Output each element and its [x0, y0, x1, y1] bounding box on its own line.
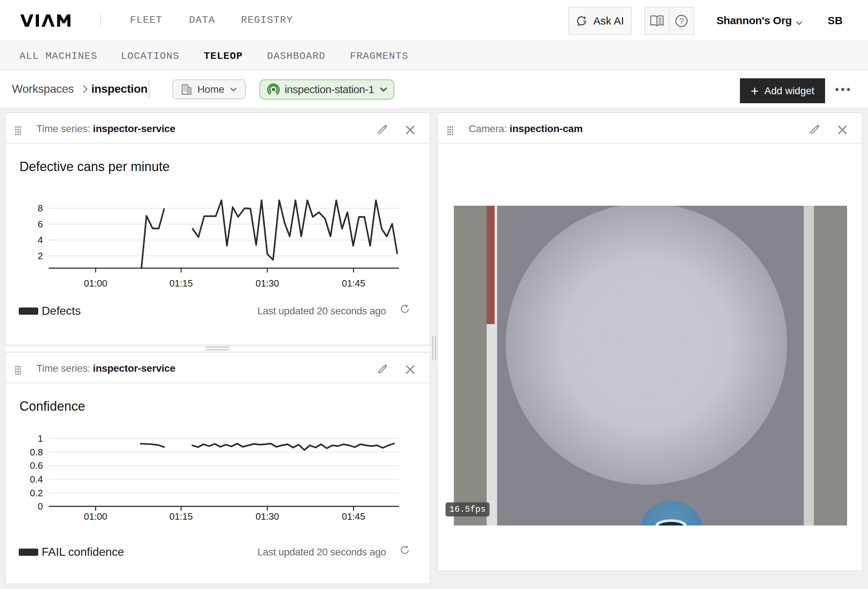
svg-text:01:15: 01:15: [169, 511, 193, 522]
svg-text:0.2: 0.2: [30, 488, 43, 499]
svg-text:6: 6: [38, 219, 43, 229]
svg-text:01:30: 01:30: [255, 511, 279, 522]
svg-text:1: 1: [38, 433, 43, 444]
svg-text:01:30: 01:30: [255, 278, 279, 289]
svg-text:2: 2: [38, 250, 43, 261]
svg-text:01:00: 01:00: [84, 511, 107, 522]
svg-text:0.4: 0.4: [30, 474, 43, 485]
svg-text:01:15: 01:15: [169, 278, 193, 289]
svg-text:8: 8: [38, 203, 43, 214]
svg-text:01:00: 01:00: [84, 278, 107, 289]
svg-text:0: 0: [38, 501, 43, 512]
svg-text:?: ?: [679, 16, 683, 26]
svg-text:0.8: 0.8: [30, 447, 43, 457]
svg-text:01:45: 01:45: [342, 278, 365, 289]
svg-text:0.6: 0.6: [30, 460, 43, 471]
svg-text:4: 4: [38, 235, 43, 246]
svg-text:01:45: 01:45: [342, 511, 365, 522]
